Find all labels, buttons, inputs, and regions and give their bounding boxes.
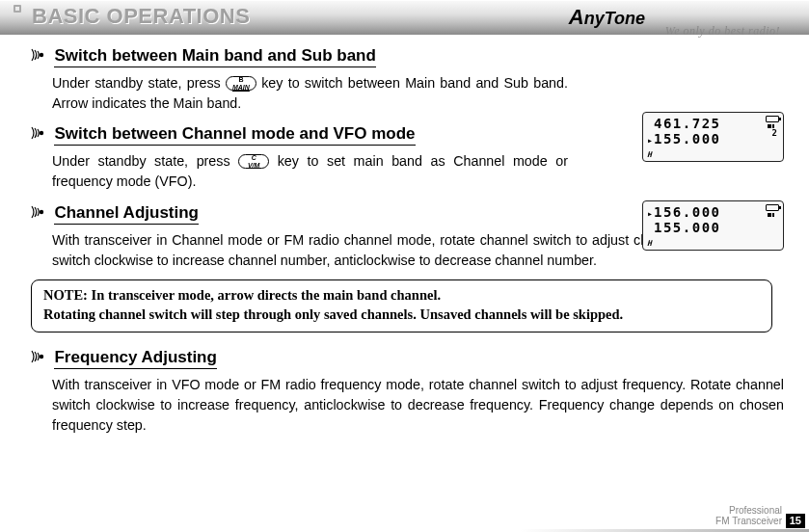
section-heading-3-wrap: Channel Adjusting — [19, 203, 784, 225]
radio-wave-icon — [31, 125, 48, 145]
brand-rest: nyTone — [584, 9, 645, 28]
footer: Professional FM Transceiver 15 — [520, 505, 809, 532]
section-4-text: With transceiver in VFO mode or FM radio… — [52, 375, 784, 435]
section-2-text: Under standby state, press CV/M key to s… — [52, 151, 568, 191]
note-box: NOTE: In transceiver mode, arrow directs… — [31, 279, 772, 332]
section-heading-3: Channel Adjusting — [54, 203, 199, 225]
lcd1-bl: H — [647, 150, 652, 159]
header-bar: BASIC OPERATIONS AnyTone We only do best… — [0, 0, 809, 35]
svg-point-2 — [40, 210, 43, 214]
footer-line2: FM Transceiver — [520, 516, 782, 526]
brand-prefix: A — [569, 5, 584, 29]
key-b-main-icon: BMAIN — [226, 76, 256, 91]
page-title: BASIC OPERATIONS — [32, 4, 250, 29]
section-heading-4: Frequency Adjusting — [54, 348, 216, 369]
section-heading-1: Switch between Main band and Sub band — [54, 46, 375, 67]
svg-point-0 — [40, 53, 43, 57]
header-bullet — [13, 5, 21, 13]
brand-logo: AnyTone — [569, 5, 645, 30]
section-heading-2-wrap: Switch between Channel mode and VFO mode — [19, 124, 784, 146]
section-heading-2: Switch between Channel mode and VFO mode — [54, 124, 415, 146]
section-heading-1-wrap: Switch between Main band and Sub band — [19, 46, 784, 67]
page-number: 15 — [786, 514, 805, 528]
svg-point-3 — [40, 355, 43, 359]
svg-point-1 — [40, 131, 43, 135]
note-line-1: NOTE: In transceiver mode, arrow directs… — [43, 286, 760, 306]
battery-icon — [766, 116, 779, 122]
lcd2-bl: H — [647, 239, 652, 248]
section-heading-4-wrap: Frequency Adjusting — [19, 348, 784, 369]
note-line-2: Rotating channel switch will step throug… — [43, 306, 760, 325]
footer-line1: Professional — [520, 505, 782, 516]
section-1-text: Under standby state, press BMAIN key to … — [52, 73, 568, 113]
key-c-vm-icon: CV/M — [238, 154, 269, 169]
radio-wave-icon — [31, 47, 48, 66]
radio-wave-icon — [31, 204, 48, 224]
radio-wave-icon — [31, 349, 48, 368]
